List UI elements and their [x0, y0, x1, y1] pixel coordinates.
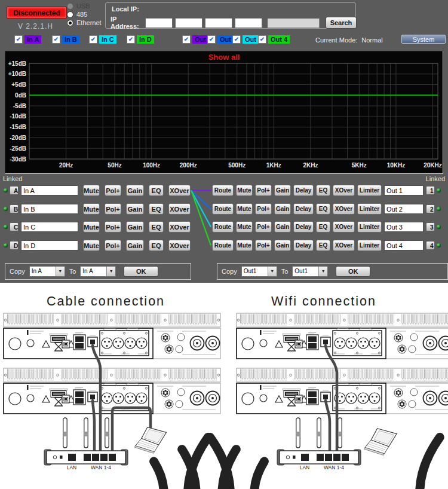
- ip-octet-3[interactable]: [205, 18, 232, 28]
- output-3-eq-button[interactable]: EQ: [316, 221, 330, 233]
- copy-input-to-select[interactable]: In A ▼: [80, 266, 116, 277]
- input-toggle-ind[interactable]: ✔In D: [127, 35, 154, 44]
- copy-output-from-select[interactable]: Out1 ▼: [241, 266, 277, 277]
- output-2-delay-button[interactable]: Delay: [293, 203, 314, 215]
- copy-output-ok-button[interactable]: OK: [336, 266, 370, 277]
- output-name-field-1[interactable]: [384, 185, 424, 195]
- checkbox[interactable]: ✔: [52, 35, 60, 44]
- input-d-eq-button[interactable]: EQ: [149, 240, 164, 251]
- input-a-mute-button[interactable]: Mute: [83, 185, 100, 196]
- input-a-gain-button[interactable]: Gain: [126, 185, 144, 196]
- output-2-eq-button[interactable]: EQ: [316, 203, 330, 215]
- output-select-button-2[interactable]: 2: [426, 204, 435, 213]
- output-select-button-1[interactable]: 1: [426, 186, 435, 195]
- input-toggle-inc[interactable]: ✔In C: [89, 35, 116, 44]
- input-c-gain-button[interactable]: Gain: [126, 221, 144, 233]
- input-b-pol+-button[interactable]: Pol+: [105, 203, 121, 215]
- input-d-mute-button[interactable]: Mute: [83, 240, 100, 251]
- output-1-mute-button[interactable]: Mute: [236, 185, 253, 196]
- input-d-pol+-button[interactable]: Pol+: [105, 240, 121, 251]
- checkbox[interactable]: ✔: [182, 35, 191, 44]
- checkbox[interactable]: ✔: [232, 35, 241, 44]
- input-b-gain-button[interactable]: Gain: [126, 203, 144, 215]
- input-b-mute-button[interactable]: Mute: [83, 203, 100, 215]
- output-3-limiter-button[interactable]: Limiter: [357, 221, 382, 233]
- input-c-pol+-button[interactable]: Pol+: [105, 221, 121, 233]
- input-select-button-d[interactable]: D: [10, 241, 19, 250]
- checkbox[interactable]: ✔: [89, 35, 97, 44]
- system-button[interactable]: System: [401, 35, 446, 44]
- checkbox[interactable]: ✔: [127, 35, 135, 44]
- output-4-gain-button[interactable]: Gain: [274, 240, 291, 251]
- output-4-delay-button[interactable]: Delay: [293, 240, 314, 251]
- input-select-button-c[interactable]: C: [10, 222, 19, 231]
- copy-input-ok-button[interactable]: OK: [124, 266, 158, 277]
- radio-circle-icon[interactable]: [67, 11, 73, 18]
- output-1-gain-button[interactable]: Gain: [274, 185, 291, 196]
- ip-octet-4[interactable]: [235, 18, 262, 28]
- output-select-button-4[interactable]: 4: [426, 241, 435, 250]
- device-list-box[interactable]: [267, 18, 320, 28]
- chevron-down-icon[interactable]: ▼: [318, 267, 327, 276]
- output-3-delay-button[interactable]: Delay: [293, 221, 314, 233]
- input-c-eq-button[interactable]: EQ: [149, 221, 164, 233]
- checkbox[interactable]: ✔: [207, 35, 216, 44]
- search-button[interactable]: Search: [326, 17, 357, 29]
- output-4-xover-button[interactable]: XOver: [333, 240, 355, 251]
- output-1-eq-button[interactable]: EQ: [316, 185, 330, 196]
- output-3-pol+-button[interactable]: Pol+: [255, 221, 272, 233]
- input-name-field-b[interactable]: [21, 204, 78, 214]
- output-3-gain-button[interactable]: Gain: [274, 221, 291, 233]
- chevron-down-icon[interactable]: ▼: [56, 267, 65, 276]
- output-toggle-out4[interactable]: ✔Out 4: [258, 35, 290, 44]
- input-select-button-a[interactable]: A: [10, 186, 19, 195]
- output-3-xover-button[interactable]: XOver: [333, 221, 355, 233]
- input-d-xover-button[interactable]: XOver: [168, 240, 191, 251]
- output-2-xover-button[interactable]: XOver: [333, 203, 355, 215]
- output-3-route-button[interactable]: Route: [212, 221, 234, 233]
- output-4-route-button[interactable]: Route: [212, 240, 234, 251]
- input-name-field-a[interactable]: [21, 185, 78, 195]
- radio-485[interactable]: 485: [67, 10, 102, 19]
- output-4-pol+-button[interactable]: Pol+: [255, 240, 272, 251]
- radio-circle-icon[interactable]: [67, 20, 73, 26]
- input-c-mute-button[interactable]: Mute: [83, 221, 100, 233]
- output-1-limiter-button[interactable]: Limiter: [357, 185, 382, 196]
- input-toggle-ina[interactable]: ✔In A: [14, 35, 41, 44]
- radio-ethernet[interactable]: Ethernet: [67, 19, 102, 27]
- output-4-limiter-button[interactable]: Limiter: [357, 240, 382, 251]
- input-a-pol+-button[interactable]: Pol+: [105, 185, 121, 196]
- output-1-pol+-button[interactable]: Pol+: [255, 185, 272, 196]
- input-name-field-d[interactable]: [21, 240, 78, 250]
- chevron-down-icon[interactable]: ▼: [106, 267, 115, 276]
- output-2-limiter-button[interactable]: Limiter: [357, 203, 382, 215]
- input-a-xover-button[interactable]: XOver: [168, 185, 191, 196]
- output-2-mute-button[interactable]: Mute: [236, 203, 253, 215]
- input-c-xover-button[interactable]: XOver: [168, 221, 191, 233]
- connection-status-button[interactable]: Disconnected: [7, 7, 67, 19]
- output-1-route-button[interactable]: Route: [212, 185, 234, 196]
- output-name-field-4[interactable]: [384, 240, 424, 250]
- output-select-button-3[interactable]: 3: [426, 222, 435, 231]
- ip-octet-1[interactable]: [145, 18, 173, 28]
- output-name-field-2[interactable]: [384, 204, 424, 214]
- copy-output-to-select[interactable]: Out1 ▼: [292, 266, 328, 277]
- radio-circle-icon[interactable]: [67, 3, 73, 10]
- output-2-route-button[interactable]: Route: [212, 203, 234, 215]
- input-a-eq-button[interactable]: EQ: [149, 185, 164, 196]
- output-1-delay-button[interactable]: Delay: [293, 185, 314, 196]
- input-b-eq-button[interactable]: EQ: [149, 203, 164, 215]
- output-4-mute-button[interactable]: Mute: [236, 240, 253, 251]
- input-b-xover-button[interactable]: XOver: [168, 203, 191, 215]
- output-1-xover-button[interactable]: XOver: [333, 185, 355, 196]
- chevron-down-icon[interactable]: ▼: [268, 267, 277, 276]
- ip-octet-2[interactable]: [175, 18, 202, 28]
- copy-input-from-select[interactable]: In A ▼: [29, 266, 65, 277]
- output-2-pol+-button[interactable]: Pol+: [255, 203, 272, 215]
- output-3-mute-button[interactable]: Mute: [236, 221, 253, 233]
- output-4-eq-button[interactable]: EQ: [316, 240, 330, 251]
- radio-usb[interactable]: USB: [67, 2, 102, 10]
- input-select-button-b[interactable]: B: [10, 204, 19, 213]
- input-toggle-inb[interactable]: ✔In B: [52, 35, 79, 44]
- output-name-field-3[interactable]: [384, 222, 424, 232]
